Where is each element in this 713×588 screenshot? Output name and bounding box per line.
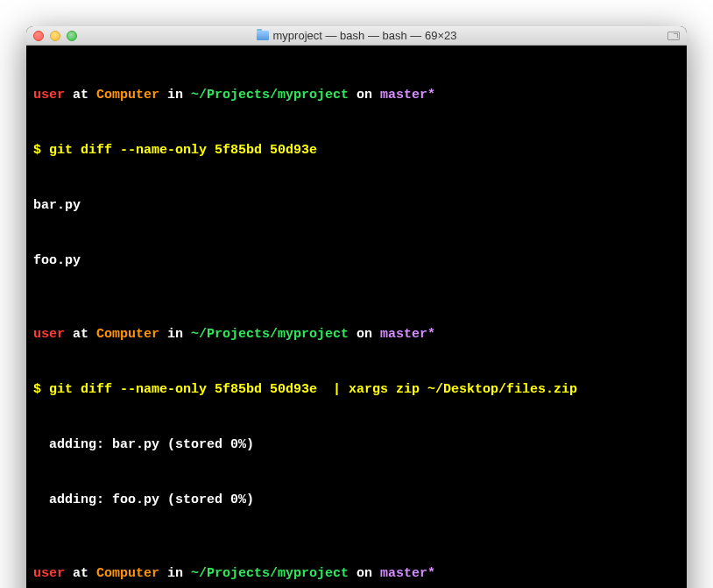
- expand-icon[interactable]: [667, 32, 680, 40]
- prompt-host: Computer: [96, 566, 159, 581]
- prompt-at: at: [65, 88, 96, 103]
- terminal-content[interactable]: user at Computer in ~/Projects/myproject…: [26, 46, 687, 588]
- prompt-symbol: $: [33, 143, 49, 158]
- title-wrap: myproject — bash — bash — 69×23: [26, 29, 687, 42]
- output-line: adding: bar.py (stored 0%): [26, 436, 687, 454]
- prompt-in: in: [159, 327, 191, 342]
- prompt-path: ~/Projects/myproject: [191, 88, 349, 103]
- command-line: $ git diff --name-only 5f85bd 50d93e | x…: [26, 380, 687, 399]
- prompt-user: user: [33, 88, 65, 103]
- minimize-button[interactable]: [50, 31, 60, 41]
- prompt-branch: master*: [380, 327, 435, 342]
- prompt-path: ~/Projects/myproject: [191, 327, 349, 342]
- terminal-window: myproject — bash — bash — 69×23 user at …: [26, 26, 687, 588]
- output-line: bar.py: [26, 196, 687, 215]
- prompt-line: user at Computer in ~/Projects/myproject…: [26, 325, 687, 344]
- prompt-user: user: [33, 327, 65, 342]
- prompt-on: on: [349, 566, 380, 581]
- prompt-in: in: [159, 566, 191, 581]
- close-button[interactable]: [33, 31, 44, 41]
- prompt-branch: master*: [380, 566, 435, 581]
- window-title: myproject — bash — bash — 69×23: [273, 29, 457, 42]
- prompt-on: on: [349, 327, 380, 342]
- prompt-symbol: $: [33, 382, 49, 397]
- prompt-at: at: [65, 566, 96, 581]
- prompt-host: Computer: [96, 327, 159, 342]
- prompt-in: in: [159, 88, 191, 103]
- output-line: foo.py: [26, 251, 687, 270]
- command-text: git diff --name-only 5f85bd 50d93e: [49, 143, 317, 158]
- output-line: adding: foo.py (stored 0%): [26, 491, 687, 509]
- prompt-branch: master*: [380, 88, 435, 103]
- prompt-path: ~/Projects/myproject: [191, 566, 349, 581]
- prompt-user: user: [33, 566, 65, 581]
- prompt-host: Computer: [96, 88, 159, 103]
- titlebar[interactable]: myproject — bash — bash — 69×23: [26, 26, 687, 46]
- prompt-line: user at Computer in ~/Projects/myproject…: [26, 564, 687, 583]
- prompt-at: at: [65, 327, 96, 342]
- command-line: $ git diff --name-only 5f85bd 50d93e: [26, 141, 687, 159]
- zoom-button[interactable]: [67, 31, 77, 41]
- prompt-line: user at Computer in ~/Projects/myproject…: [26, 86, 687, 104]
- traffic-lights: [33, 31, 77, 41]
- prompt-on: on: [349, 88, 380, 103]
- command-text: git diff --name-only 5f85bd 50d93e | xar…: [49, 382, 577, 397]
- folder-icon: [257, 31, 269, 40]
